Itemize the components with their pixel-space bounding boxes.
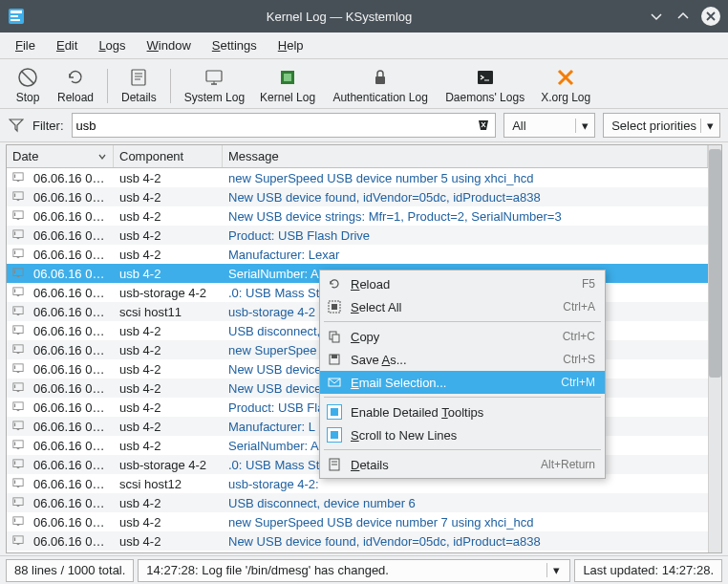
info-bubble-icon (7, 477, 28, 490)
cell-date: 06.06.16 03:58 (28, 458, 114, 472)
svg-rect-13 (284, 74, 291, 81)
auth-log-label: Authentication Log (332, 91, 427, 104)
ctx-save-as[interactable]: Save As... Ctrl+S (320, 348, 605, 371)
details-icon (128, 67, 149, 88)
close-button[interactable] (701, 7, 720, 26)
scrollbar-thumb[interactable] (709, 149, 721, 378)
filter-column-value: All (512, 119, 525, 133)
cell-message: New USB device found, idVendor=05dc, idP… (223, 190, 708, 205)
filter-column-combo[interactable]: All ▾ (503, 113, 595, 138)
table-row[interactable]: 06.06.16 03:56usb 4-2New USB device foun… (7, 187, 708, 206)
ctx-reload-label: Reload (351, 277, 574, 292)
stop-button[interactable]: Stop (6, 65, 50, 106)
maximize-button[interactable] (674, 8, 692, 25)
vertical-scrollbar[interactable] (708, 145, 721, 552)
status-message-combo[interactable]: 14:27:28: Log file '/bin/dmesg' has chan… (138, 559, 570, 582)
svg-rect-42 (332, 355, 337, 358)
toolbar: Stop Reload Details System Log Kernel Lo… (0, 59, 728, 109)
info-bubble-icon (7, 171, 28, 184)
ctx-save-as-shortcut: Ctrl+S (563, 353, 595, 366)
cell-date: 06.06.16 03:58 (28, 381, 114, 396)
col-component[interactable]: Component (114, 145, 223, 167)
minimize-button[interactable] (648, 8, 665, 25)
cell-message: Manufacturer: Lexar (223, 248, 708, 262)
cell-message: new SuperSpeed USB device number 5 using… (223, 171, 708, 185)
window-controls (648, 7, 720, 26)
info-bubble-icon (7, 190, 28, 204)
table-row[interactable]: 06.06.16 03:59usb 4-2USB disconnect, dev… (7, 493, 708, 512)
info-bubble-icon (7, 248, 28, 261)
cell-date: 06.06.16 03:59 (28, 496, 114, 510)
menu-edit[interactable]: Edit (47, 34, 87, 56)
table-row[interactable]: 06.06.16 03:56usb 4-2Manufacturer: Lexar (7, 245, 708, 264)
checkbox-checked-icon (326, 403, 343, 421)
table-row[interactable]: 06.06.16 03:59usb 4-2New USB device foun… (7, 531, 708, 551)
info-bubble-icon (7, 362, 28, 376)
status-bar: 88 lines / 1000 total. 14:27:28: Log fil… (0, 555, 728, 584)
menu-logs[interactable]: Logs (89, 34, 135, 56)
ctx-enable-tooltips[interactable]: Enable Detailed Tooltips (320, 400, 605, 423)
funnel-icon (8, 117, 25, 134)
clear-filter-button[interactable] (474, 117, 491, 134)
details-button[interactable]: Details (114, 65, 164, 106)
cell-date: 06.06.16 03:56 (28, 228, 114, 243)
daemons-log-button[interactable]: Daemons' Logs (438, 65, 532, 106)
reload-button[interactable]: Reload (50, 65, 101, 106)
table-row[interactable]: 06.06.16 03:56usb 4-2New USB device stri… (7, 206, 708, 226)
cell-message: USB disconnect, device number 6 (223, 496, 708, 510)
auth-log-button[interactable]: Authentication Log (323, 65, 438, 106)
ctx-details[interactable]: Details Alt+Return (320, 453, 605, 476)
ctx-reload[interactable]: Reload F5 (320, 272, 605, 295)
ctx-scroll-new-label: Scroll to New Lines (351, 428, 595, 443)
menu-help[interactable]: Help (268, 34, 313, 56)
cell-component: scsi host11 (114, 305, 223, 319)
ctx-separator (324, 397, 601, 398)
cell-component: usb 4-2 (114, 420, 223, 434)
ctx-save-as-label: Save As... (351, 353, 555, 367)
menu-window[interactable]: Window (138, 34, 201, 56)
cell-component: scsi host12 (114, 477, 223, 491)
table-row[interactable]: 06.06.16 03:59usb 4-2new SuperSpeed USB … (7, 512, 708, 531)
menu-settings[interactable]: Settings (203, 34, 267, 56)
menu-file[interactable]: File (6, 34, 45, 56)
info-bubble-icon (7, 209, 28, 223)
svg-rect-38 (332, 304, 337, 310)
col-message[interactable]: Message (223, 145, 708, 167)
info-bubble-icon (7, 228, 28, 242)
filter-input[interactable] (76, 119, 475, 133)
cell-component: usb 4-2 (114, 228, 223, 243)
reload-icon (326, 275, 343, 292)
ctx-details-shortcut: Alt+Return (541, 458, 595, 471)
kernel-log-button[interactable]: Kernel Log (252, 65, 323, 106)
table-row[interactable]: 06.06.16 03:56usb 4-2Product: USB Flash … (7, 226, 708, 245)
stop-icon (17, 67, 38, 88)
terminal-icon (475, 67, 496, 88)
ctx-scroll-new[interactable]: Scroll to New Lines (320, 423, 605, 446)
reload-label: Reload (57, 91, 94, 104)
info-bubble-icon (7, 381, 28, 395)
col-date[interactable]: Date (7, 145, 114, 167)
filter-label: Filter: (32, 119, 64, 133)
col-component-label: Component (119, 149, 183, 163)
info-bubble-icon (7, 286, 28, 299)
svg-rect-15 (478, 71, 493, 84)
ctx-email-selection[interactable]: Email Selection... Ctrl+M (320, 371, 605, 394)
cell-component: usb 4-2 (114, 343, 223, 357)
chevron-down-icon: ▾ (546, 563, 562, 577)
svg-rect-2 (11, 15, 18, 17)
table-row[interactable]: 06.06.16 03:56usb 4-2new SuperSpeed USB … (7, 168, 708, 187)
cell-component: usb 4-2 (114, 515, 223, 530)
priorities-combo[interactable]: Select priorities ▾ (603, 113, 720, 138)
xorg-log-button[interactable]: X.org Log (532, 65, 599, 106)
ctx-copy[interactable]: Copy Ctrl+C (320, 325, 605, 348)
system-log-button[interactable]: System Log (177, 65, 252, 106)
details-icon (326, 456, 343, 473)
ctx-select-all[interactable]: Select All Ctrl+A (320, 295, 605, 318)
info-bubble-icon (7, 496, 28, 509)
cell-message: Product: USB Flash Drive (223, 228, 708, 243)
window-title: Kernel Log — KSystemlog (31, 10, 648, 24)
ctx-tooltips-label: Enable Detailed Tooltips (351, 405, 595, 420)
chevron-down-icon: ▾ (575, 119, 590, 133)
cell-component: usb-storage 4-2 (114, 458, 223, 472)
toolbar-separator (107, 69, 108, 103)
